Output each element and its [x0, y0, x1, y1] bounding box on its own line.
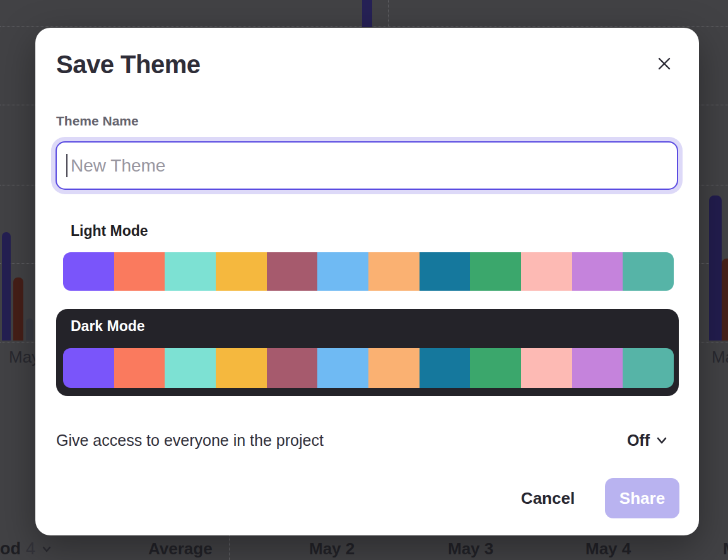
- chart-bar: [26, 318, 33, 341]
- theme-name-field-wrap: [56, 141, 678, 190]
- chart-bar: [2, 232, 11, 341]
- access-dropdown[interactable]: Off: [627, 431, 668, 450]
- palette-swatch: [114, 348, 165, 388]
- palette-swatch: [420, 252, 471, 291]
- theme-name-input[interactable]: [56, 141, 678, 190]
- bottom-axis-row: od 4 Average May 2 May 3 May 4 M: [0, 535, 728, 560]
- palette-swatch: [165, 348, 216, 388]
- gridline: [388, 0, 389, 27]
- palette-swatch: [572, 348, 623, 388]
- palette-swatch: [420, 348, 471, 388]
- chevron-down-icon: [40, 543, 53, 556]
- share-button[interactable]: Share: [605, 478, 679, 518]
- palette-swatch: [368, 252, 420, 291]
- palette-swatch: [470, 252, 521, 291]
- chart-bar: [362, 0, 372, 27]
- theme-name-label: Theme Name: [56, 114, 139, 129]
- save-theme-dialog: Save Theme Theme Name Light Mode Dark Mo…: [35, 28, 699, 535]
- light-mode-label: Light Mode: [71, 223, 148, 240]
- period-dropdown-label: od: [0, 539, 21, 559]
- access-dropdown-value: Off: [627, 431, 650, 450]
- dialog-title: Save Theme: [56, 50, 200, 79]
- axis-label-may4: May 4: [585, 539, 631, 559]
- palette-swatch: [521, 348, 572, 388]
- palette-swatch: [623, 348, 674, 388]
- period-dropdown[interactable]: od 4: [0, 539, 53, 559]
- gridline: [229, 535, 230, 560]
- axis-label-may3: May 3: [448, 539, 493, 559]
- axis-label-average: Average: [148, 539, 213, 559]
- palette-swatch: [521, 252, 572, 291]
- dark-mode-card: Dark Mode: [56, 309, 679, 396]
- palette-swatch: [470, 348, 521, 388]
- palette-swatch: [572, 252, 623, 291]
- chart-bar: [13, 277, 23, 341]
- period-dropdown-number: 4: [26, 539, 35, 559]
- axis-label-may-right: Ma: [712, 347, 728, 367]
- chart-bar: [722, 259, 728, 341]
- palette-swatch: [63, 252, 114, 291]
- palette-swatch: [165, 252, 216, 291]
- palette-swatch: [216, 252, 267, 291]
- cancel-button[interactable]: Cancel: [505, 479, 590, 517]
- axis-label-may2: May 2: [309, 539, 355, 559]
- palette-swatch: [317, 252, 368, 291]
- light-palette: [63, 252, 674, 291]
- close-icon: [657, 56, 672, 71]
- chevron-down-icon: [655, 434, 668, 446]
- palette-swatch: [368, 348, 420, 388]
- axis-label-may5-partial: M: [723, 539, 728, 559]
- palette-swatch: [114, 252, 165, 291]
- access-label: Give access to everyone in the project: [56, 431, 324, 450]
- palette-swatch: [63, 348, 114, 388]
- text-cursor: [66, 154, 68, 177]
- palette-swatch: [317, 348, 368, 388]
- chart-bar: [709, 195, 722, 341]
- access-row: Give access to everyone in the project O…: [56, 428, 678, 453]
- dark-mode-label: Dark Mode: [71, 318, 145, 335]
- dark-palette: [63, 348, 674, 388]
- palette-swatch: [267, 252, 318, 291]
- palette-swatch: [216, 348, 267, 388]
- close-button[interactable]: [654, 54, 674, 74]
- palette-swatch: [267, 348, 318, 388]
- palette-swatch: [623, 252, 674, 291]
